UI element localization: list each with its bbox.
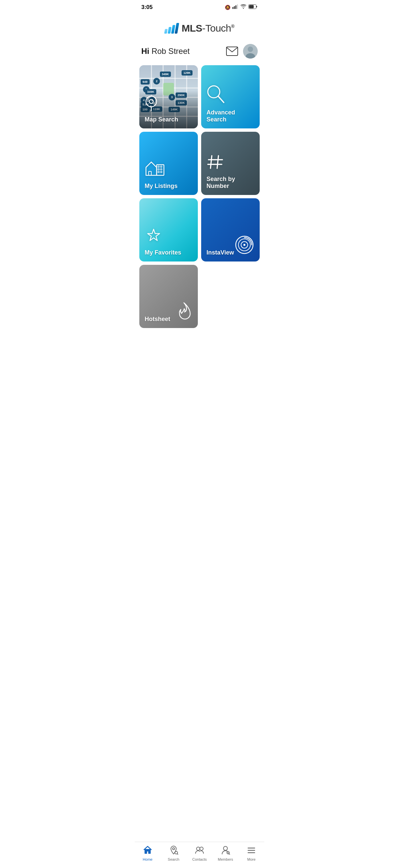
svg-rect-6 bbox=[226, 47, 238, 56]
logo-bars bbox=[165, 23, 178, 34]
instaview-icon bbox=[234, 235, 254, 256]
map-pin-icon bbox=[145, 95, 193, 113]
svg-point-11 bbox=[149, 99, 153, 103]
logo-wrapper: MLS-Touch® bbox=[165, 23, 234, 34]
svg-rect-21 bbox=[158, 171, 159, 173]
svg-rect-17 bbox=[158, 166, 159, 167]
tile-hotsheet-label: Hotsheet bbox=[145, 316, 170, 323]
tile-my-favorites[interactable]: My Favorites bbox=[139, 198, 198, 261]
svg-rect-18 bbox=[161, 166, 162, 167]
tile-search-by-number[interactable]: Search by Number bbox=[201, 132, 260, 195]
avatar[interactable] bbox=[243, 44, 258, 59]
logo-touch: Touch bbox=[205, 23, 231, 34]
signal-icon bbox=[232, 4, 238, 10]
status-icons: 🔕 bbox=[225, 4, 258, 10]
tiles-grid: 349K 129K 949 2 2 349K 3 290K 4 2 5.8M 8… bbox=[135, 65, 264, 333]
svg-rect-15 bbox=[148, 171, 151, 175]
logo-text: MLS-Touch® bbox=[181, 23, 234, 34]
battery-icon bbox=[248, 4, 258, 10]
tile-advanced-label: Advanced Search bbox=[206, 109, 254, 123]
search-icon bbox=[206, 85, 225, 106]
status-time: 3:05 bbox=[141, 4, 153, 11]
svg-point-10 bbox=[146, 96, 157, 107]
tile-my-listings[interactable]: My Listings bbox=[139, 132, 198, 195]
hashtag-icon bbox=[206, 153, 254, 172]
status-bar: 3:05 🔕 bbox=[135, 0, 264, 13]
tile-hotsheet[interactable]: Hotsheet bbox=[139, 265, 198, 328]
greeting: Hi Rob Street bbox=[141, 46, 190, 56]
svg-rect-22 bbox=[161, 171, 162, 173]
header-actions bbox=[225, 44, 258, 59]
logo-reg: ® bbox=[231, 24, 234, 29]
tile-instaview-label: InstaView bbox=[206, 249, 234, 256]
tile-instaview[interactable]: InstaView bbox=[201, 198, 260, 261]
greeting-name: Rob Street bbox=[152, 46, 190, 56]
svg-line-24 bbox=[217, 156, 219, 168]
star-icon bbox=[145, 226, 193, 246]
tile-advanced-search[interactable]: Advanced Search bbox=[201, 65, 260, 128]
tile-map-label: Map Search bbox=[145, 116, 193, 123]
tile-favorites-label: My Favorites bbox=[145, 249, 193, 256]
instaview-icon-row: InstaView bbox=[206, 235, 254, 256]
svg-line-14 bbox=[218, 96, 224, 102]
mail-button[interactable] bbox=[225, 45, 239, 57]
listings-icon bbox=[145, 159, 193, 179]
svg-line-23 bbox=[210, 156, 212, 168]
flame-icon bbox=[175, 302, 193, 323]
mute-icon: 🔕 bbox=[225, 5, 230, 10]
svg-rect-3 bbox=[237, 4, 238, 9]
svg-point-8 bbox=[248, 46, 253, 52]
svg-rect-0 bbox=[232, 7, 233, 9]
tile-search-num-label: Search by Number bbox=[206, 176, 254, 190]
tile-map-search[interactable]: 349K 129K 949 2 2 349K 3 290K 4 2 5.8M 8… bbox=[139, 65, 198, 128]
greeting-hi: Hi bbox=[141, 46, 149, 56]
hotsheet-icon-row: Hotsheet bbox=[145, 302, 193, 323]
svg-rect-19 bbox=[158, 169, 159, 170]
svg-rect-5 bbox=[249, 5, 254, 8]
wifi-icon bbox=[240, 4, 246, 10]
svg-rect-2 bbox=[235, 5, 236, 9]
svg-point-30 bbox=[243, 244, 245, 246]
svg-rect-20 bbox=[161, 169, 162, 170]
header-row: Hi Rob Street bbox=[135, 40, 264, 65]
tile-listings-label: My Listings bbox=[145, 183, 193, 190]
logo-mls: MLS bbox=[181, 23, 202, 34]
logo-area: MLS-Touch® bbox=[135, 13, 264, 40]
svg-rect-1 bbox=[234, 6, 235, 9]
